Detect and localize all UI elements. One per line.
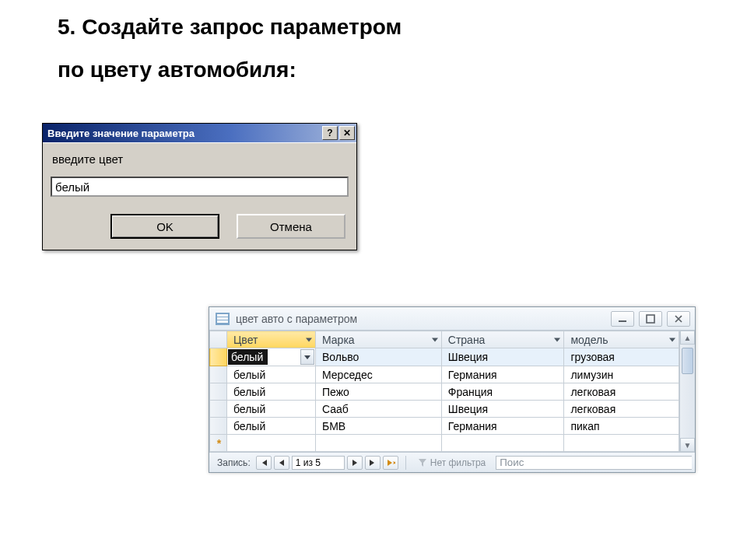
- close-icon: ✕: [343, 128, 351, 138]
- cell-country[interactable]: Швеция: [441, 401, 564, 418]
- column-header-brand[interactable]: Марка: [315, 331, 441, 348]
- vertical-scrollbar[interactable]: ▲ ▼: [679, 331, 695, 452]
- cell-model[interactable]: грузовая: [564, 348, 679, 366]
- cell-brand[interactable]: Мерседес: [315, 366, 441, 383]
- last-record-button[interactable]: [365, 456, 381, 470]
- scroll-up-button[interactable]: ▲: [680, 331, 695, 345]
- column-header-country[interactable]: Страна: [441, 331, 564, 348]
- filter-label: Нет фильтра: [430, 457, 486, 468]
- filter-status[interactable]: Нет фильтра: [418, 457, 486, 468]
- parameter-dialog: Введите значение параметра ? ✕ введите ц…: [42, 123, 357, 250]
- table-row[interactable]: белый БМВ Германия пикап: [210, 418, 679, 435]
- row-selector[interactable]: [210, 418, 227, 435]
- dialog-prompt: введите цвет: [52, 152, 349, 166]
- nav-separator: [405, 456, 406, 470]
- row-selector[interactable]: [210, 383, 227, 401]
- column-label: Цвет: [233, 334, 258, 346]
- task-heading-line1: 5. Создайте запрос параметром: [58, 11, 747, 44]
- first-record-button[interactable]: [256, 456, 272, 470]
- cell-country[interactable]: Германия: [441, 418, 564, 435]
- cell-model[interactable]: [564, 435, 679, 452]
- cell-brand[interactable]: Сааб: [315, 401, 441, 418]
- row-selector[interactable]: [210, 366, 227, 383]
- results-titlebar[interactable]: цвет авто с параметром: [209, 307, 695, 331]
- cell-model[interactable]: лимузин: [564, 366, 679, 383]
- header-row: Цвет Марка Страна модель: [210, 331, 679, 348]
- svg-rect-3: [217, 320, 228, 323]
- column-header-model[interactable]: модель: [564, 331, 679, 348]
- column-label: Страна: [448, 334, 486, 346]
- select-all-corner[interactable]: [210, 331, 227, 348]
- results-grid: Цвет Марка Страна модель белый Вольво: [209, 331, 679, 452]
- column-label: Марка: [322, 334, 355, 346]
- scroll-down-button[interactable]: ▼: [680, 438, 695, 452]
- cell-model[interactable]: пикап: [564, 418, 679, 435]
- table-row[interactable]: белый Вольво Швеция грузовая: [210, 348, 679, 366]
- combo-dropdown-button[interactable]: [300, 349, 314, 365]
- dialog-title: Введите значение параметра: [47, 128, 321, 139]
- ok-button[interactable]: OK: [110, 214, 219, 239]
- row-selector[interactable]: [210, 401, 227, 418]
- row-selector[interactable]: *: [210, 435, 227, 452]
- column-header-color[interactable]: Цвет: [227, 331, 316, 348]
- cell-model[interactable]: легковая: [564, 401, 679, 418]
- cell-brand[interactable]: БМВ: [315, 418, 441, 435]
- cancel-button[interactable]: Отмена: [237, 214, 345, 239]
- cell-country[interactable]: [441, 435, 564, 452]
- cell-color-combo[interactable]: белый: [227, 348, 316, 366]
- record-label: Запись:: [217, 457, 251, 468]
- row-selector[interactable]: [210, 348, 227, 366]
- svg-rect-4: [619, 320, 626, 322]
- column-label: модель: [570, 334, 608, 346]
- cell-country[interactable]: Франция: [441, 383, 564, 401]
- close-button[interactable]: ✕: [339, 126, 355, 140]
- parameter-input[interactable]: [51, 177, 349, 197]
- table-row[interactable]: белый Сааб Швеция легковая: [210, 401, 679, 418]
- close-window-button[interactable]: [667, 311, 690, 327]
- cell-color[interactable]: белый: [227, 383, 316, 401]
- cell-color[interactable]: белый: [227, 401, 316, 418]
- maximize-button[interactable]: [639, 311, 662, 327]
- new-record-icon: *: [216, 437, 222, 450]
- dialog-titlebar[interactable]: Введите значение параметра ? ✕: [43, 124, 356, 142]
- combo-value: белый: [228, 349, 268, 365]
- cell-brand[interactable]: Вольво: [315, 348, 441, 366]
- record-position-input[interactable]: [292, 456, 345, 470]
- cell-country[interactable]: Германия: [441, 366, 564, 383]
- chevron-down-icon: [432, 338, 438, 341]
- results-title: цвет авто с параметром: [236, 313, 606, 325]
- prev-record-button[interactable]: [274, 456, 289, 470]
- cell-brand[interactable]: [315, 435, 441, 452]
- cell-brand[interactable]: Пежо: [315, 383, 441, 401]
- cell-model[interactable]: легковая: [564, 383, 679, 401]
- record-navigator: Запись: Нет фильтра: [209, 452, 695, 472]
- chevron-down-icon: [554, 338, 560, 341]
- results-window: цвет авто с параметром Цвет Марка Страна…: [209, 306, 696, 473]
- cell-country[interactable]: Швеция: [441, 348, 564, 366]
- svg-rect-2: [217, 317, 228, 320]
- chevron-down-icon: [306, 338, 312, 341]
- datasheet-icon: [216, 313, 230, 325]
- minimize-button[interactable]: [611, 311, 634, 327]
- search-input[interactable]: [496, 456, 692, 470]
- new-record-button[interactable]: [383, 456, 398, 470]
- scroll-thumb[interactable]: [682, 348, 693, 374]
- cell-color[interactable]: [227, 435, 316, 452]
- chevron-down-icon: [669, 338, 675, 341]
- task-heading-line2: по цвету автомобиля:: [58, 58, 747, 82]
- cell-color[interactable]: белый: [227, 418, 316, 435]
- filter-icon: [418, 458, 427, 467]
- cell-color[interactable]: белый: [227, 366, 316, 383]
- new-record-row[interactable]: *: [210, 435, 679, 452]
- help-icon: ?: [327, 128, 332, 138]
- svg-rect-1: [217, 314, 228, 317]
- help-button[interactable]: ?: [322, 126, 338, 140]
- table-row[interactable]: белый Мерседес Германия лимузин: [210, 366, 679, 383]
- next-record-button[interactable]: [347, 456, 363, 470]
- svg-rect-5: [647, 315, 654, 323]
- table-row[interactable]: белый Пежо Франция легковая: [210, 383, 679, 401]
- chevron-down-icon: [304, 355, 310, 359]
